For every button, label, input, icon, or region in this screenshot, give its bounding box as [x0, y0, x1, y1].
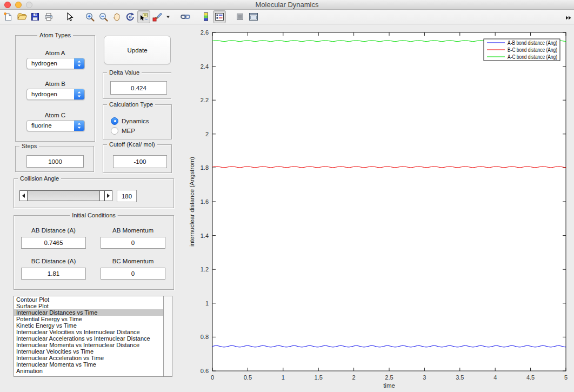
collision-angle-field[interactable]	[117, 190, 137, 202]
bc-momentum-field[interactable]	[101, 268, 165, 280]
slider-thumb[interactable]	[99, 191, 104, 201]
toolbar-button-link-plot[interactable]	[179, 10, 192, 23]
x-tick-label: 3	[423, 374, 426, 381]
x-tick-label: 4	[493, 374, 497, 381]
slider-left-arrow-button[interactable]	[20, 191, 28, 201]
listbox-scrollbar[interactable]	[163, 296, 172, 376]
steps-panel-title: Steps	[19, 143, 39, 149]
collision-angle-panel-title: Collision Angle	[18, 175, 61, 182]
atom-b-selected-value: hydrogen	[31, 89, 57, 99]
toolbar-button-edit-plot-cursor[interactable]	[63, 10, 76, 23]
toolbar-button-rotate-3d[interactable]	[124, 10, 137, 23]
bc-distance-a-field[interactable]	[21, 268, 86, 280]
toolbar-overflow-arrow-icon[interactable]	[565, 14, 572, 20]
toolbar-button-print-figure[interactable]	[42, 10, 55, 23]
cutoff-panel-title: Cutoff (Kcal/ mol)	[107, 141, 157, 148]
toolbar-button-insert-legend[interactable]	[213, 10, 226, 23]
list-item[interactable]: Internuclear Momenta vs Time	[14, 361, 172, 368]
toolbar-button-hide-plot-tools[interactable]	[233, 10, 246, 23]
legend-entry-label: A-B bond distance (Ang)	[508, 40, 557, 46]
delta-value-field[interactable]	[110, 81, 167, 95]
y-axis-label: internuclear distance (Angstrom)	[189, 157, 195, 247]
atom-a-selected-value: hydrogen	[31, 58, 57, 69]
plot-axes[interactable]	[212, 32, 566, 371]
toolbar-button-brush-menu-caret[interactable]	[164, 10, 171, 23]
atom-c-dropdown[interactable]: fluorine	[26, 120, 85, 131]
ab-distance-a-field[interactable]	[21, 237, 86, 249]
atom-types-panel: Atom Types Atom AhydrogenAtom BhydrogenA…	[15, 35, 95, 142]
radio-label-mep: MEP	[122, 128, 135, 134]
brush-icon	[152, 12, 163, 22]
toolbar-button-pan-hand[interactable]	[110, 10, 123, 23]
figure-window: Molecular Dynamics Atom Types Atom Ahydr…	[0, 0, 574, 392]
x-tick-label: 4.5	[526, 374, 535, 381]
titlebar: Molecular Dynamics	[0, 0, 574, 10]
radio-button-mep[interactable]	[111, 127, 118, 135]
toolbar-button-show-plot-tools[interactable]	[247, 10, 260, 23]
atom-c-label: Atom C	[16, 112, 95, 118]
link-plot-icon	[180, 12, 191, 22]
list-item[interactable]: Internuclear Accelerations vs Internucle…	[14, 335, 172, 342]
toolbar-button-zoom-in[interactable]	[83, 10, 96, 23]
ab-momentum-label: AB Momentum	[101, 227, 165, 234]
cutoff-field[interactable]	[113, 155, 167, 168]
x-tick-label: 0	[211, 374, 214, 381]
plot-canvas: 00.511.522.533.544.550.60.811.21.41.61.8…	[184, 27, 574, 392]
update-button[interactable]: Update	[104, 36, 171, 64]
list-item[interactable]: Contour Plot	[14, 296, 172, 303]
show-plot-tools-icon	[249, 12, 258, 21]
list-item[interactable]: Internuclear Acceleration vs Time	[14, 355, 172, 361]
toolbar-button-new-figure[interactable]	[2, 10, 15, 23]
toolbar-button-open-file[interactable]	[15, 10, 28, 23]
ab-distance-a-label: AB Distance (A)	[21, 227, 86, 234]
y-tick-label: 1.2	[201, 266, 209, 273]
collision-angle-slider[interactable]	[19, 190, 112, 201]
slider-right-arrow-button[interactable]	[104, 191, 112, 201]
toolbar	[0, 10, 574, 24]
initial-conditions-panel: Initial Conditions AB Distance (A)AB Mom…	[14, 215, 174, 290]
atom-c-selected-value: fluorine	[31, 121, 52, 131]
bc-momentum-label: BC Momentum	[101, 258, 165, 264]
list-item[interactable]: Internulear Velocities vs Time	[14, 348, 172, 355]
hide-plot-tools-icon	[236, 12, 244, 21]
toolbar-button-brush[interactable]	[151, 10, 164, 23]
y-tick-label: 0.6	[201, 368, 209, 374]
x-tick-label: 1	[282, 374, 285, 381]
list-item[interactable]: Surface Plot	[14, 303, 172, 309]
y-tick-label: 1.8	[201, 164, 209, 171]
rotate-3d-icon	[125, 12, 135, 22]
x-tick-label: 2.5	[385, 374, 393, 381]
dropdown-stepper-icon	[74, 121, 84, 131]
list-item[interactable]: Internuclear Velocities vs Internuclear …	[14, 329, 172, 335]
new-figure-icon	[3, 12, 13, 22]
y-tick-label: 0.8	[201, 334, 209, 340]
x-tick-label: 0.5	[244, 374, 252, 381]
edit-plot-cursor-icon	[64, 12, 74, 22]
y-tick-label: 2.2	[201, 97, 209, 103]
steps-field[interactable]	[26, 155, 84, 168]
x-tick-label: 3.5	[456, 374, 464, 381]
list-item[interactable]: Potential Energy vs Time	[14, 316, 172, 322]
right-arrow-icon	[107, 194, 110, 198]
atom-b-dropdown[interactable]: hydrogen	[26, 89, 85, 100]
atom-a-dropdown[interactable]: hydrogen	[26, 58, 85, 69]
list-item[interactable]: Internuclear Distances vs Time	[14, 309, 172, 316]
toolbar-button-save-figure[interactable]	[29, 10, 42, 23]
ab-momentum-field[interactable]	[101, 237, 165, 249]
list-item[interactable]: Animation	[14, 368, 172, 374]
list-item[interactable]: Kinetic Energy vs Time	[14, 322, 172, 329]
brush-menu-caret-icon	[166, 15, 170, 19]
toolbar-button-data-cursor[interactable]	[137, 10, 150, 23]
list-item[interactable]: Internuclear Momenta vs Internuclear Dis…	[14, 342, 172, 348]
radio-button-dynamics[interactable]	[111, 117, 118, 125]
radio-label-dynamics: Dynamics	[122, 118, 149, 124]
data-cursor-icon	[139, 12, 149, 22]
y-tick-label: 1.6	[201, 198, 209, 205]
plot-region: 00.511.522.533.544.550.60.811.21.41.61.8…	[184, 27, 574, 392]
toolbar-button-zoom-out[interactable]	[97, 10, 110, 23]
atom-b-label: Atom B	[16, 81, 95, 87]
plot-type-listbox[interactable]: Contour PlotSurface PlotInternuclear Dis…	[14, 296, 172, 377]
slider-track[interactable]	[28, 191, 99, 201]
y-tick-label: 2.4	[201, 63, 209, 70]
toolbar-button-insert-colorbar[interactable]	[199, 10, 212, 23]
